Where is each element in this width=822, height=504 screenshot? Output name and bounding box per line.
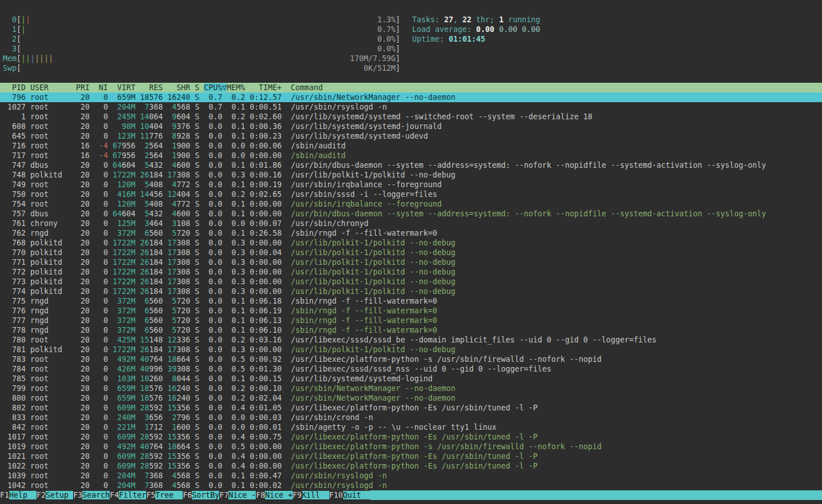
- mem-percent-cell: 0.1: [227, 316, 249, 325]
- process-row-768[interactable]: 768 polkitd 20 0 1722M 26184 17308 S 0.0…: [0, 238, 822, 248]
- mem-percent-cell: 0.0: [227, 151, 249, 160]
- fn-action-label: Nice +: [265, 491, 292, 499]
- fn-f1-help[interactable]: F1Help: [0, 490, 37, 500]
- fn-key-label: F8: [256, 491, 265, 499]
- mem-value-mb: 26: [140, 268, 149, 276]
- process-row-716[interactable]: 716 root 16 -4 67956 2564 1900 S 0.0 0.0…: [0, 141, 822, 151]
- process-row-783[interactable]: 783 root 20 0 492M 40764 18664 S 0.0 0.5…: [0, 354, 822, 364]
- process-row-1019[interactable]: 1019 root 20 0 492M 40764 18664 S 0.0 0.…: [0, 442, 822, 451]
- process-row-749[interactable]: 749 root 20 0 120M 5408 4772 S 0.0 0.1 0…: [0, 180, 822, 189]
- process-row-754[interactable]: 754 root 20 0 120M 5408 4772 S 0.0 0.1 0…: [0, 199, 822, 209]
- mem-value-kb: 664: [176, 442, 190, 451]
- mem-value-kb: 604: [122, 161, 135, 170]
- process-row-796[interactable]: 796 root 20 0 659M 18576 16240 S 0.7 0.2…: [0, 92, 822, 102]
- nice-cell: 0: [94, 132, 108, 140]
- mem-value-mb: 40: [140, 442, 149, 451]
- process-row-717[interactable]: 717 root 16 -4 67956 2564 1900 S 0.0 0.0…: [0, 151, 822, 160]
- process-row-1022[interactable]: 1022 root 20 0 609M 28592 15356 S 0.0 0.…: [0, 461, 822, 471]
- process-row-747[interactable]: 747 dbus 20 0 64604 5432 4600 S 0.0 0.1 …: [0, 160, 822, 170]
- process-row-799[interactable]: 799 root 20 0 659M 18576 16240 S 0.0 0.2…: [0, 384, 822, 393]
- mem-value: 372M: [117, 229, 135, 237]
- process-row-1[interactable]: 1 root 20 0 245M 14064 9604 S 0.0 0.2 0:…: [0, 112, 822, 122]
- process-row-780[interactable]: 780 root 20 0 425M 15148 12336 S 0.0 0.2…: [0, 335, 822, 345]
- process-row-770[interactable]: 770 polkitd 20 0 1722M 26184 17308 S 0.0…: [0, 248, 822, 257]
- fn-f6-sortby[interactable]: F6SortBy: [183, 490, 219, 500]
- process-row-802[interactable]: 802 root 20 0 609M 28592 15356 S 0.0 0.4…: [0, 403, 822, 413]
- state-cell: S: [190, 442, 204, 451]
- process-row-772[interactable]: 772 polkitd 20 0 1722M 26184 17308 S 0.0…: [0, 267, 822, 277]
- mem-value-mb: 12: [167, 336, 176, 344]
- fn-f2-setup[interactable]: F2Setup: [37, 490, 73, 500]
- command-cell: /usr/sbin/NetworkManager --no-daemon: [291, 394, 456, 402]
- meter-content: |0.7%: [21, 25, 396, 34]
- state-cell: S: [190, 219, 204, 228]
- mem-value: 492M: [117, 442, 135, 451]
- process-row-1042[interactable]: 1042 root 20 0 204M 7368 4568 S 0.0 0.1 …: [0, 481, 822, 490]
- meter-open-bracket: [: [17, 64, 21, 72]
- process-row-774[interactable]: 774 polkitd 20 0 1722M 26184 17308 S 0.0…: [0, 287, 822, 296]
- process-row-771[interactable]: 771 polkitd 20 0 1722M 26184 17308 S 0.0…: [0, 257, 822, 267]
- fn-action-label: Setup: [46, 491, 73, 499]
- fn-f8-nice-[interactable]: F8Nice +: [256, 490, 292, 500]
- mem-value-mb: 26: [140, 287, 149, 296]
- cpu-percent-cell: 0.0: [204, 142, 227, 150]
- command-cell: /usr/libexec/platform-python -s /usr/sbi…: [291, 442, 602, 451]
- process-row-777[interactable]: 777 rngd 20 0 372M 6560 5720 S 0.0 0.1 0…: [0, 316, 822, 325]
- user-cell: polkitd: [26, 268, 76, 276]
- cpu-percent-cell: 0.0: [204, 365, 227, 373]
- command-cell: /usr/lib/polkit-1/polkitd --no-debug: [291, 171, 455, 179]
- cpu-percent-cell: 0.0: [204, 248, 227, 257]
- process-row-1027[interactable]: 1027 root 20 0 204M 7368 4568 S 0.7 0.1 …: [0, 102, 822, 112]
- process-row-833[interactable]: 833 root 20 0 240M 3656 2796 S 0.0 0.0 0…: [0, 413, 822, 422]
- process-row-761[interactable]: 761 chrony 20 0 125M 3464 3108 S 0.0 0.0…: [0, 219, 822, 228]
- process-row-762[interactable]: 762 rngd 20 0 372M 6560 5720 S 0.0 0.1 0…: [0, 228, 822, 238]
- fn-f3-search[interactable]: F3Search: [73, 490, 110, 500]
- fn-f7-nice-[interactable]: F7Nice -: [219, 490, 256, 500]
- state-cell: S: [190, 462, 204, 470]
- process-row-778[interactable]: 778 rngd 20 0 372M 6560 5720 S 0.0 0.1 0…: [0, 325, 822, 335]
- time-cell: 0:00.04: [249, 248, 291, 257]
- user-cell: polkitd: [26, 345, 76, 354]
- mem-value-mb: 15: [167, 404, 176, 412]
- time-cell: 0:00.75: [249, 433, 291, 441]
- nice-cell: 0: [94, 384, 108, 393]
- process-row-645[interactable]: 645 root 20 0 123M 11776 8928 S 0.0 0.1 …: [0, 131, 822, 141]
- time-cell: 0:00.10: [249, 384, 291, 393]
- mem-value-mb: 17: [167, 258, 176, 267]
- cpu-percent-cell: 0.0: [204, 462, 227, 470]
- process-row-781[interactable]: 781 polkitd 20 0 1722M 26184 17308 S 0.0…: [0, 345, 822, 354]
- mem-percent-cell: 0.1: [227, 326, 249, 334]
- time-cell: 0:01.05: [249, 404, 291, 412]
- process-row-785[interactable]: 785 root 20 0 103M 10260 8044 S 0.0 0.1 …: [0, 374, 822, 384]
- meter-label: Mem: [3, 54, 17, 63]
- process-row-608[interactable]: 608 root 20 0 98M 10404 9376 S 0.0 0.1 0…: [0, 122, 822, 131]
- process-row-748[interactable]: 748 polkitd 20 0 1722M 26184 17308 S 0.0…: [0, 170, 822, 180]
- priority-cell: 20: [76, 423, 94, 432]
- process-row-773[interactable]: 773 polkitd 20 0 1722M 26184 17308 S 0.0…: [0, 277, 822, 287]
- load-1min: 0.00: [476, 25, 494, 34]
- process-row-842[interactable]: 842 root 20 0 221M 1712 1600 S 0.0 0.0 0…: [0, 422, 822, 432]
- process-row-1039[interactable]: 1039 root 20 0 204M 7368 4568 S 0.0 0.1 …: [0, 471, 822, 481]
- mem-value-kb: 240: [176, 384, 190, 393]
- process-row-775[interactable]: 775 rngd 20 0 372M 6560 5720 S 0.0 0.1 0…: [0, 296, 822, 306]
- mem-value-kb: 356: [176, 462, 190, 470]
- process-row-1021[interactable]: 1021 root 20 0 609M 28592 15356 S 0.0 0.…: [0, 451, 822, 461]
- time-cell: 0:00.00: [249, 151, 291, 160]
- fn-f4-filter[interactable]: F4Filter: [110, 490, 146, 500]
- process-row-757[interactable]: 757 dbus 20 0 64604 5432 4600 S 0.0 0.1 …: [0, 209, 822, 219]
- fn-f10-quit[interactable]: F10Quit: [329, 490, 370, 500]
- process-row-1017[interactable]: 1017 root 20 0 609M 28592 15356 S 0.0 0.…: [0, 432, 822, 442]
- cpu-percent-cell: 0.0: [204, 190, 227, 199]
- mem-value-mb: 18: [140, 394, 149, 402]
- process-row-784[interactable]: 784 root 20 0 426M 40996 39308 S 0.0 0.5…: [0, 364, 822, 374]
- fn-f5-tree[interactable]: F5Tree: [146, 490, 183, 500]
- state-cell: S: [190, 142, 204, 150]
- process-table-header[interactable]: PID USER PRI NI VIRT RES SHR S CPU%▽MEM%…: [0, 83, 822, 92]
- fn-f9-kill[interactable]: F9Kill: [293, 490, 329, 500]
- process-row-750[interactable]: 750 root 20 0 416M 14456 12404 S 0.0 0.2…: [0, 189, 822, 199]
- nice-cell: 0: [94, 336, 108, 344]
- process-row-800[interactable]: 800 root 20 0 659M 18576 16240 S 0.0 0.2…: [0, 393, 822, 403]
- process-row-776[interactable]: 776 rngd 20 0 372M 6560 5720 S 0.0 0.1 0…: [0, 306, 822, 316]
- column-header-cpu-sort[interactable]: CPU%▽: [204, 83, 227, 92]
- mem-value: 1722M: [112, 345, 135, 354]
